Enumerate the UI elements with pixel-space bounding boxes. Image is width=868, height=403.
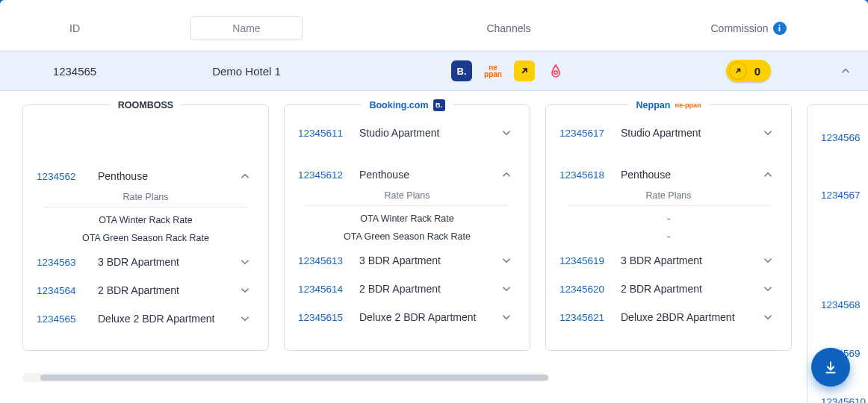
channel-card: Booking.com B.12345611Studio Apartment12… <box>284 104 530 351</box>
rate-plan-entry: - <box>554 206 784 224</box>
svg-point-0 <box>554 71 557 74</box>
hotel-summary-row[interactable]: 1234565 Demo Hotel 1 B. ne ppan 0 <box>0 51 868 91</box>
chevron-up-icon[interactable] <box>238 169 268 183</box>
scrollbar-thumb[interactable] <box>40 375 548 381</box>
chevron-down-icon[interactable] <box>500 126 530 140</box>
chevron-down-icon[interactable] <box>761 254 791 267</box>
commission-value: 0 <box>754 65 760 78</box>
room-row[interactable]: 12345611Studio Apartment <box>285 119 530 147</box>
rate-plans-title: Rate Plans <box>44 190 247 207</box>
room-row[interactable]: 1234565Deluxe 2 BDR Apartment <box>23 304 268 333</box>
expedia-small-icon <box>729 62 747 80</box>
card-body: 12345617Studio Apartment12345618Penthous… <box>546 111 791 331</box>
room-id: 12345618 <box>546 169 621 181</box>
booking-icon: B. <box>451 60 472 81</box>
neppan-badge-icon: ne-ppan <box>675 101 701 109</box>
horizontal-scrollbar[interactable] <box>22 373 547 382</box>
room-name: 2 BDR Apartment <box>98 284 238 296</box>
room-id: 12345613 <box>285 255 359 266</box>
room-id: 12345610 <box>807 392 868 403</box>
spacer <box>23 119 268 162</box>
commission-pill[interactable]: 0 <box>726 60 771 82</box>
room-id: 1234566 <box>807 128 868 148</box>
chevron-down-icon[interactable] <box>500 254 530 267</box>
room-name: 3 BDR Apartment <box>98 256 238 268</box>
room-row[interactable]: 12345615Deluxe 2 BDR Apartment <box>285 303 530 331</box>
room-row[interactable]: 12345642 BDR Apartment <box>23 276 268 304</box>
chevron-down-icon[interactable] <box>500 310 530 324</box>
download-icon <box>822 359 839 375</box>
room-row[interactable]: 123456142 BDR Apartment <box>285 275 530 303</box>
rate-plan-entry: - <box>554 224 784 242</box>
room-id: 1234568 <box>807 295 868 315</box>
spacer <box>285 147 530 160</box>
chevron-up-icon[interactable] <box>761 168 791 181</box>
room-row[interactable]: 123456193 BDR Apartment <box>546 246 791 275</box>
rate-plans-block: Rate PlansOTA Winter Rack RateOTA Green … <box>285 189 530 246</box>
room-row[interactable]: 12345621Deluxe 2BDR Apartment <box>546 303 791 331</box>
room-id: 12345620 <box>546 284 621 295</box>
card-body: 1234562PenthouseRate PlansOTA Winter Rac… <box>23 111 268 333</box>
room-id: 12345621 <box>546 312 621 323</box>
room-name: Penthouse <box>359 169 500 181</box>
card-body: 12345611Studio Apartment12345612Penthous… <box>285 111 530 331</box>
info-icon[interactable]: i <box>773 22 787 35</box>
card-title: Neppan ne-ppan <box>629 100 709 110</box>
spacer <box>546 147 791 160</box>
chevron-down-icon[interactable] <box>238 255 268 269</box>
expedia-icon <box>514 60 535 81</box>
channel-card: ROOMBOSS1234562PenthouseRate PlansOTA Wi… <box>22 104 269 351</box>
neppan-icon: ne ppan <box>483 60 503 81</box>
rate-plan-entry: OTA Winter Rack Rate <box>31 207 261 225</box>
room-row[interactable]: 12345618Penthouse <box>546 160 791 189</box>
room-id: 12345615 <box>285 312 359 323</box>
chevron-down-icon[interactable] <box>761 126 791 140</box>
room-name: Penthouse <box>98 170 238 182</box>
room-name: 2 BDR Apartment <box>359 283 500 295</box>
room-id: 12345617 <box>546 128 621 139</box>
room-row[interactable]: 123456133 BDR Apartment <box>285 246 530 275</box>
room-row[interactable]: 12345617Studio Apartment <box>546 119 791 147</box>
download-button[interactable] <box>811 348 850 387</box>
chevron-down-icon[interactable] <box>761 282 791 296</box>
booking-badge-icon: B. <box>433 99 445 111</box>
col-channels-header: Channels <box>344 22 674 34</box>
chevron-down-icon[interactable] <box>238 284 268 297</box>
room-row[interactable]: 123456202 BDR Apartment <box>546 275 791 303</box>
room-id: 1234567 <box>807 185 868 205</box>
room-row[interactable]: 1234562Penthouse <box>23 162 268 190</box>
room-name: Studio Apartment <box>621 127 761 139</box>
rate-plan-entry: OTA Green Season Rack Rate <box>292 224 522 242</box>
rate-plans-title: Rate Plans <box>567 189 770 206</box>
channel-card: Neppan ne-ppan12345617Studio Apartment12… <box>545 104 792 351</box>
col-id-header: ID <box>0 22 149 34</box>
chevron-up-icon[interactable] <box>500 168 530 181</box>
room-row[interactable]: 12345612Penthouse <box>285 160 530 189</box>
card-title: Booking.com B. <box>362 99 452 111</box>
room-name: Studio Apartment <box>359 127 500 139</box>
chevron-down-icon[interactable] <box>500 282 530 296</box>
channel-chips: B. ne ppan <box>344 60 674 81</box>
room-id: 12345614 <box>285 284 359 295</box>
column-header-row: ID Channels Commission i <box>0 7 868 51</box>
room-row[interactable]: 12345633 BDR Apartment <box>23 248 268 276</box>
name-filter-input[interactable] <box>190 16 303 40</box>
room-name: Deluxe 2 BDR Apartment <box>359 311 500 323</box>
chevron-down-icon[interactable] <box>761 310 791 324</box>
collapse-hotel-toggle[interactable] <box>836 61 855 81</box>
col-name-header <box>149 16 344 40</box>
room-id: 1234565 <box>23 313 98 325</box>
card-head: Neppan ne-ppan <box>546 98 791 111</box>
rate-plans-title: Rate Plans <box>306 189 509 206</box>
room-id: 1234564 <box>23 285 98 296</box>
card-title: ROOMBOSS <box>111 100 181 110</box>
room-id: 1234563 <box>23 257 98 268</box>
rate-plan-entry: OTA Winter Rack Rate <box>292 206 522 224</box>
chevron-down-icon[interactable] <box>238 312 268 325</box>
room-id: 1234562 <box>23 171 98 182</box>
room-name: Deluxe 2 BDR Apartment <box>98 313 238 325</box>
airbnb-icon <box>545 60 566 81</box>
col-commission-header: Commission i <box>674 22 823 35</box>
room-id: 12345619 <box>546 255 621 266</box>
room-name: Deluxe 2BDR Apartment <box>621 311 761 323</box>
